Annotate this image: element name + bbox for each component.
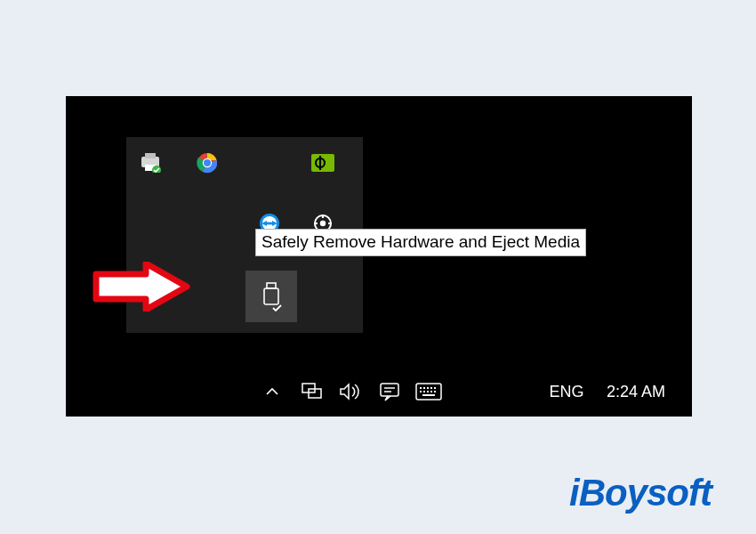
network-icon xyxy=(300,382,323,401)
touch-keyboard-button[interactable] xyxy=(409,367,448,417)
chevron-up-icon xyxy=(264,384,280,400)
svg-rect-27 xyxy=(427,391,429,392)
screenshot-stage: Safely Remove Hardware and Eject Media xyxy=(66,96,692,417)
network-icon-button[interactable] xyxy=(292,367,331,417)
svg-rect-23 xyxy=(430,387,432,389)
annotation-arrow xyxy=(92,262,190,312)
svg-rect-29 xyxy=(434,391,436,392)
taskbar-right-group: ENG 2:24 AM xyxy=(543,367,676,417)
taskbar-clock[interactable]: 2:24 AM xyxy=(596,383,676,401)
usb-eject-icon xyxy=(260,281,283,312)
svg-point-6 xyxy=(204,159,211,166)
printer-icon xyxy=(139,153,162,173)
svg-rect-30 xyxy=(422,394,435,396)
chrome-icon xyxy=(197,152,218,174)
svg-rect-1 xyxy=(145,153,156,158)
action-center-button[interactable] xyxy=(370,367,409,417)
svg-rect-7 xyxy=(311,154,334,172)
svg-rect-20 xyxy=(420,387,422,389)
svg-rect-21 xyxy=(423,387,425,389)
keyboard-icon xyxy=(415,383,442,400)
action-center-icon xyxy=(379,382,400,401)
tray-icon-nvidia[interactable] xyxy=(310,150,336,176)
svg-rect-14 xyxy=(267,283,276,288)
nvidia-icon xyxy=(311,154,334,172)
tooltip-safely-remove: Safely Remove Hardware and Eject Media xyxy=(255,229,586,256)
tray-icon-safely-remove[interactable] xyxy=(245,271,297,322)
volume-icon xyxy=(339,382,362,401)
show-hidden-icons-button[interactable] xyxy=(253,367,292,417)
svg-point-13 xyxy=(320,221,326,226)
svg-rect-15 xyxy=(264,288,278,304)
taskbar: ENG 2:24 AM xyxy=(66,367,692,417)
svg-rect-22 xyxy=(427,387,429,389)
tray-icon-printer[interactable] xyxy=(137,150,164,176)
brand-watermark: iBoysoft xyxy=(569,472,712,514)
svg-rect-18 xyxy=(381,384,398,396)
svg-rect-28 xyxy=(430,391,432,392)
language-indicator[interactable]: ENG xyxy=(543,383,591,401)
svg-rect-24 xyxy=(434,387,436,389)
taskbar-system-icons xyxy=(253,367,448,417)
volume-icon-button[interactable] xyxy=(331,367,370,417)
svg-rect-26 xyxy=(423,391,425,392)
svg-rect-25 xyxy=(420,391,422,392)
svg-rect-11 xyxy=(266,222,273,225)
tray-icon-chrome[interactable] xyxy=(194,150,221,176)
